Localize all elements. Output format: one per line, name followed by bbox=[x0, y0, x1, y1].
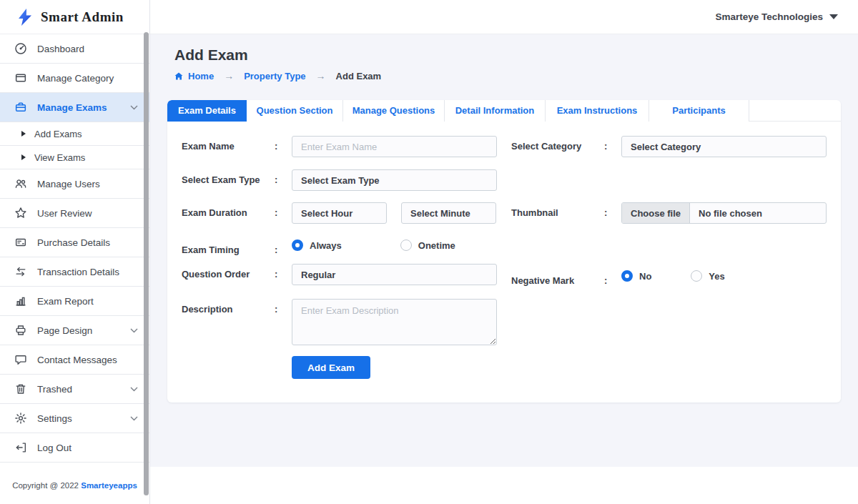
sidebar-item-label: User Review bbox=[37, 208, 92, 219]
trash-icon bbox=[14, 382, 27, 395]
tab-participants[interactable]: Participants bbox=[649, 100, 749, 122]
caret-right-icon bbox=[21, 154, 26, 160]
hour-select[interactable]: Select Hour bbox=[292, 202, 387, 224]
breadcrumb-home[interactable]: Home bbox=[174, 71, 214, 81]
add-exam-card: Exam Details Question Section Manage Que… bbox=[167, 100, 841, 402]
page-title: Add Exam bbox=[174, 46, 841, 64]
sidebar-item-label: Contact Messages bbox=[37, 355, 117, 365]
breadcrumb-arrow-icon: → bbox=[224, 70, 234, 81]
sidebar-item-label: View Exams bbox=[34, 152, 85, 163]
category-select[interactable]: Select Category bbox=[621, 136, 827, 157]
topbar: Smarteye Technologies bbox=[150, 0, 858, 34]
exam-duration-label: Exam Duration bbox=[182, 202, 275, 218]
colon: : bbox=[275, 136, 292, 152]
radio-selected-icon bbox=[621, 270, 633, 282]
question-order-select[interactable]: Regular bbox=[292, 264, 497, 285]
chevron-down-icon bbox=[130, 328, 138, 333]
sidebar-item-transaction-details[interactable]: Transaction Details bbox=[0, 257, 149, 287]
chevron-down-icon bbox=[130, 387, 138, 392]
field-description: Description : bbox=[182, 299, 497, 345]
sidebar-item-settings[interactable]: Settings bbox=[0, 404, 149, 433]
sidebar-item-page-design[interactable]: Page Design bbox=[0, 316, 149, 345]
field-exam-timing: Exam Timing : Always Onetime bbox=[182, 236, 497, 264]
home-icon bbox=[174, 72, 183, 80]
radio-yes-label: Yes bbox=[709, 271, 724, 282]
star-icon bbox=[14, 207, 27, 219]
colon: : bbox=[275, 169, 292, 185]
colon: : bbox=[275, 299, 292, 315]
tab-detail-information[interactable]: Detail Information bbox=[445, 100, 546, 122]
colon: : bbox=[275, 239, 292, 255]
breadcrumb-arrow-icon: → bbox=[316, 70, 326, 81]
radio-unselected-icon bbox=[400, 239, 412, 251]
sidebar-item-manage-exams[interactable]: Manage Exams bbox=[0, 93, 149, 122]
negative-mark-label: Negative Mark bbox=[511, 270, 604, 286]
add-exam-button[interactable]: Add Exam bbox=[292, 356, 370, 379]
radio-selected-icon bbox=[292, 239, 303, 251]
sidebar-item-add-exams[interactable]: Add Exams bbox=[0, 122, 149, 146]
content: Add Exam Home → Property Type → Add Exam bbox=[150, 34, 858, 467]
description-textarea[interactable] bbox=[292, 299, 497, 345]
radio-always[interactable]: Always bbox=[292, 239, 342, 251]
breadcrumb-property-type[interactable]: Property Type bbox=[244, 71, 305, 81]
sidebar-item-dashboard[interactable]: Dashboard bbox=[0, 34, 149, 64]
tab-exam-instructions[interactable]: Exam Instructions bbox=[546, 100, 649, 122]
sidebar-item-manage-category[interactable]: Manage Category bbox=[0, 64, 149, 93]
sidebar-item-purchase-details[interactable]: Purchase Details bbox=[0, 228, 149, 257]
tab-manage-questions[interactable]: Manage Questions bbox=[343, 100, 445, 122]
radio-unselected-icon bbox=[691, 270, 702, 282]
sidebar-item-view-exams[interactable]: View Exams bbox=[0, 146, 149, 169]
colon: : bbox=[275, 264, 292, 280]
minute-select[interactable]: Select Minute bbox=[401, 202, 496, 224]
exam-type-select[interactable]: Select Exam Type bbox=[292, 169, 497, 191]
question-order-label: Question Order bbox=[182, 264, 275, 280]
sidebar-item-trashed[interactable]: Trashed bbox=[0, 375, 149, 404]
receipt-card-icon bbox=[14, 236, 27, 249]
sidebar-item-label: Dashboard bbox=[37, 44, 84, 54]
brand-logo[interactable]: Smart Admin bbox=[0, 0, 149, 34]
radio-onetime[interactable]: Onetime bbox=[400, 239, 455, 251]
category-icon bbox=[14, 71, 27, 84]
sidebar-item-contact-messages[interactable]: Contact Messages bbox=[0, 345, 149, 375]
briefcase-icon bbox=[14, 101, 27, 114]
copyright-text: Copyright @ 2022 bbox=[12, 481, 79, 490]
chevron-down-icon bbox=[130, 105, 138, 110]
smarteyeapps-link[interactable]: Smarteyeapps bbox=[81, 481, 137, 490]
exam-name-input[interactable] bbox=[292, 136, 497, 157]
radio-always-label: Always bbox=[310, 240, 342, 251]
account-dropdown[interactable]: Smarteye Technologies bbox=[715, 11, 838, 22]
tab-exam-details[interactable]: Exam Details bbox=[167, 100, 247, 122]
sidebar-item-manage-users[interactable]: Manage Users bbox=[0, 169, 149, 199]
choose-file-button[interactable]: Choose file bbox=[622, 203, 690, 223]
chevron-down-icon bbox=[130, 416, 138, 421]
caret-down-icon bbox=[829, 14, 838, 19]
radio-no-label: No bbox=[639, 271, 651, 282]
field-exam-duration: Exam Duration : Select Hour Select Minut… bbox=[182, 202, 497, 236]
caret-right-icon bbox=[21, 131, 26, 137]
logout-icon bbox=[14, 441, 27, 454]
sidebar-item-user-review[interactable]: User Review bbox=[0, 199, 149, 228]
sidebar-scrollbar[interactable] bbox=[144, 32, 149, 495]
colon: : bbox=[604, 270, 621, 286]
exam-type-label: Select Exam Type bbox=[182, 169, 275, 185]
sidebar-item-label: Manage Exams bbox=[37, 102, 107, 113]
sidebar-item-log-out[interactable]: Log Out bbox=[0, 433, 149, 463]
category-label: Select Category bbox=[511, 136, 604, 152]
radio-no[interactable]: No bbox=[621, 270, 651, 282]
account-name: Smarteye Technologies bbox=[715, 11, 823, 22]
breadcrumb-home-label: Home bbox=[188, 71, 214, 81]
colon: : bbox=[604, 202, 621, 218]
field-question-order: Question Order : Regular bbox=[182, 264, 497, 299]
field-exam-type: Select Exam Type : Select Exam Type bbox=[182, 169, 497, 202]
field-negative-mark: Negative Mark : No Yes bbox=[511, 264, 827, 299]
sidebar-item-label: Page Design bbox=[37, 325, 92, 336]
sidebar-item-label: Settings bbox=[37, 413, 72, 424]
sidebar-item-exam-report[interactable]: Exam Report bbox=[0, 287, 149, 316]
thumbnail-file-input[interactable]: Choose file No file chosen bbox=[621, 202, 827, 224]
tab-question-section[interactable]: Question Section bbox=[247, 100, 343, 122]
breadcrumb: Home → Property Type → Add Exam bbox=[174, 70, 841, 81]
sidebar-nav: Dashboard Manage Category Manage Exams bbox=[0, 34, 149, 463]
exam-name-label: Exam Name bbox=[182, 136, 275, 152]
radio-yes[interactable]: Yes bbox=[691, 270, 724, 282]
exam-timing-label: Exam Timing bbox=[182, 239, 275, 255]
